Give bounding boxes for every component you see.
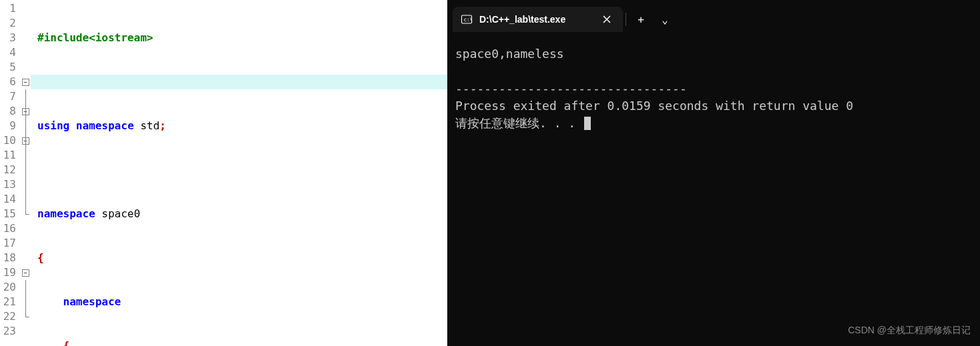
line-number: 13 (0, 177, 16, 192)
code-line: using namespace std; (31, 119, 447, 133)
watermark: CSDN @全栈工程师修炼日记 (848, 325, 971, 337)
terminal-tab-bar: c:\ D:\C++_lab\test.exe + ⌄ (447, 0, 980, 33)
line-number: 15 (0, 207, 16, 221)
line-number: 20 (0, 280, 16, 295)
line-number: 4 (0, 45, 16, 60)
tab-title: D:\C++_lab\test.exe (479, 14, 565, 25)
line-number: 12 (0, 163, 16, 177)
line-number: 11 (0, 148, 16, 163)
fold-toggle-icon[interactable]: − (22, 269, 29, 277)
code-line: namespace (31, 295, 447, 309)
line-number: 5 (0, 60, 16, 75)
tab-separator (626, 13, 626, 26)
code-line (31, 163, 447, 177)
output-line: space0,nameless (455, 47, 564, 61)
code-line-active (31, 75, 447, 89)
terminal-tab[interactable]: c:\ D:\C++_lab\test.exe (453, 7, 623, 32)
code-area[interactable]: #include<iostream> using namespace std; … (31, 0, 447, 346)
line-number: 21 (0, 295, 16, 309)
line-number: 2 (0, 16, 16, 31)
line-number: 8 (0, 104, 16, 119)
code-editor[interactable]: 1 2 3 4 5 6 7 8 9 10 11 12 13 14 15 16 1… (0, 0, 447, 346)
line-number: 23 (0, 324, 16, 339)
terminal-output[interactable]: space0,nameless ------------------------… (447, 33, 980, 346)
line-number: 18 (0, 251, 16, 265)
code-line: #include<iostream> (31, 31, 447, 45)
line-number: 19 (0, 265, 16, 280)
tab-dropdown-button[interactable]: ⌄ (653, 7, 677, 31)
line-number: 3 (0, 31, 16, 45)
line-number: 10 (0, 133, 16, 148)
line-number: 9 (0, 119, 16, 133)
cursor-icon (584, 117, 591, 130)
terminal-window: c:\ D:\C++_lab\test.exe + ⌄ space0,namel… (447, 0, 980, 346)
line-number: 1 (0, 1, 16, 16)
code-line: { (31, 339, 447, 346)
line-number: 17 (0, 236, 16, 251)
code-line: namespace space0 (31, 207, 447, 221)
line-number: 6 (0, 75, 16, 89)
output-separator: -------------------------------- (455, 81, 687, 95)
cmd-icon: c:\ (461, 13, 473, 25)
chevron-down-icon: ⌄ (662, 13, 668, 26)
line-number: 14 (0, 192, 16, 207)
output-exit-line: Process exited after 0.0159 seconds with… (455, 99, 853, 113)
new-tab-button[interactable]: + (629, 7, 653, 31)
fold-gutter: − − − − (20, 0, 31, 346)
output-continue-prompt: 请按任意键继续. . . (455, 116, 583, 130)
line-number-gutter: 1 2 3 4 5 6 7 8 9 10 11 12 13 14 15 16 1… (0, 0, 20, 346)
code-line: { (31, 251, 447, 265)
fold-toggle-icon[interactable]: − (22, 79, 29, 86)
plus-icon: + (638, 13, 644, 26)
line-number: 22 (0, 309, 16, 324)
line-number: 16 (0, 221, 16, 236)
line-number: 7 (0, 89, 16, 104)
svg-text:c:\: c:\ (464, 17, 473, 23)
close-icon[interactable] (599, 11, 615, 27)
